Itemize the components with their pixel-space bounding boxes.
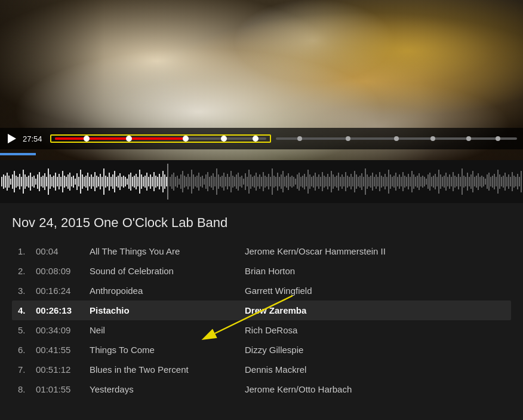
svg-rect-263 [474, 177, 475, 186]
track-composer: Dennis Mackrel [245, 364, 505, 375]
seek-dot-2[interactable] [126, 136, 132, 142]
svg-rect-124 [225, 177, 226, 186]
svg-rect-44 [80, 170, 81, 194]
svg-rect-103 [187, 174, 189, 189]
svg-rect-58 [105, 176, 106, 188]
svg-rect-154 [279, 177, 280, 186]
svg-rect-285 [513, 176, 515, 188]
svg-rect-150 [272, 168, 273, 195]
svg-rect-120 [218, 174, 219, 189]
full-seek-dot-6[interactable] [496, 136, 500, 141]
svg-rect-220 [397, 177, 398, 186]
svg-rect-109 [198, 173, 199, 191]
svg-rect-108 [196, 176, 198, 188]
track-composer: Jerome Kern/Otto Harbach [245, 384, 505, 394]
svg-rect-31 [57, 177, 58, 186]
svg-rect-167 [302, 176, 303, 188]
track-number: 5. [18, 325, 36, 335]
full-seek-dot-4[interactable] [430, 136, 435, 141]
svg-rect-7 [14, 171, 15, 192]
seek-highlight-region[interactable] [50, 134, 271, 143]
seek-dot-4[interactable] [221, 136, 227, 142]
svg-rect-248 [447, 177, 448, 186]
seek-dot-3[interactable] [183, 136, 189, 142]
svg-rect-214 [386, 177, 387, 186]
full-seek-dot-3[interactable] [394, 136, 399, 141]
svg-rect-267 [481, 176, 482, 188]
track-composer: Brian Horton [245, 266, 505, 276]
svg-rect-132 [239, 177, 241, 186]
svg-rect-264 [476, 176, 477, 188]
track-row[interactable]: 8.01:01:55YesterdaysJerome Kern/Otto Har… [12, 379, 511, 399]
svg-rect-278 [501, 177, 502, 186]
svg-rect-54 [98, 177, 99, 186]
svg-rect-161 [291, 176, 293, 188]
seek-progress [55, 137, 186, 140]
track-name: Anthropoidea [90, 286, 245, 296]
full-seek-track[interactable] [276, 137, 517, 140]
svg-rect-182 [329, 177, 330, 186]
svg-rect-232 [419, 173, 420, 190]
svg-rect-80 [144, 176, 146, 188]
svg-rect-93 [170, 177, 171, 186]
svg-rect-157 [284, 177, 285, 186]
svg-rect-15 [28, 176, 29, 188]
track-row[interactable]: 1.00:04All The Things You AreJerome Kern… [12, 241, 511, 261]
svg-rect-128 [232, 176, 233, 188]
svg-rect-27 [50, 174, 51, 189]
track-row[interactable]: 6.00:41:55Things To ComeDizzy Gillespie [12, 340, 511, 360]
svg-rect-17 [32, 177, 33, 186]
svg-rect-148 [268, 174, 269, 189]
full-seek-dot-2[interactable] [346, 136, 350, 141]
svg-rect-280 [504, 173, 506, 191]
svg-rect-26 [48, 168, 49, 195]
svg-rect-41 [75, 179, 76, 185]
svg-rect-231 [417, 176, 418, 188]
track-row[interactable]: 7.00:51:12Blues in the Two PercentDennis… [12, 360, 511, 379]
svg-rect-30 [55, 173, 56, 191]
seek-track[interactable] [55, 137, 266, 140]
svg-rect-82 [148, 177, 149, 186]
seek-dot-1[interactable] [84, 136, 90, 142]
svg-rect-188 [340, 177, 341, 186]
track-row[interactable]: 3.00:16:24AnthropoideaGarrett Wingfield [12, 281, 511, 301]
svg-rect-91 [164, 174, 165, 189]
track-name: Things To Come [90, 345, 245, 355]
svg-rect-110 [200, 177, 201, 186]
svg-rect-222 [401, 177, 402, 186]
svg-rect-13 [24, 174, 26, 189]
svg-rect-146 [264, 176, 266, 188]
svg-rect-4 [8, 176, 10, 188]
svg-rect-240 [433, 176, 434, 188]
svg-rect-111 [202, 176, 203, 188]
full-seek-dot-5[interactable] [466, 136, 471, 141]
svg-rect-192 [347, 176, 348, 188]
track-row[interactable]: 4.00:26:13PistachioDrew Zaremba [12, 301, 511, 320]
svg-rect-168 [304, 174, 305, 189]
svg-rect-40 [73, 176, 74, 188]
svg-rect-274 [494, 174, 495, 189]
svg-rect-261 [470, 174, 472, 189]
svg-rect-249 [449, 174, 450, 189]
svg-rect-202 [365, 168, 366, 195]
svg-rect-6 [12, 174, 13, 189]
svg-rect-66 [119, 173, 121, 190]
svg-rect-64 [116, 177, 117, 186]
track-row[interactable]: 5.00:34:09NeilRich DeRosa [12, 320, 511, 340]
svg-rect-174 [315, 173, 316, 191]
svg-rect-219 [395, 173, 396, 191]
full-seek-dot-1[interactable] [297, 136, 302, 141]
seek-dot-5[interactable] [253, 136, 259, 142]
svg-rect-129 [234, 177, 235, 186]
track-name: Sound of Celebration [90, 266, 245, 276]
play-button[interactable] [6, 133, 18, 145]
track-row[interactable]: 2.00:08:09Sound of CelebrationBrian Hort… [12, 261, 511, 281]
svg-rect-37 [67, 174, 69, 189]
svg-rect-147 [266, 177, 267, 186]
svg-rect-52 [94, 172, 96, 191]
svg-rect-92 [166, 177, 167, 186]
svg-rect-70 [127, 179, 128, 185]
svg-rect-85 [153, 172, 155, 191]
svg-rect-244 [440, 174, 441, 189]
video-player: 27:54 [0, 0, 523, 203]
